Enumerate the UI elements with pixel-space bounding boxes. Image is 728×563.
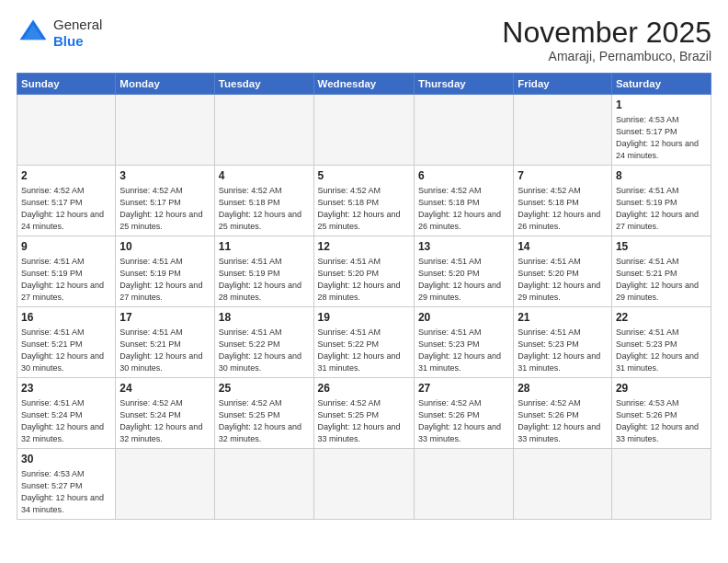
day-number: 17	[119, 310, 210, 326]
calendar-table: SundayMondayTuesdayWednesdayThursdayFrid…	[17, 73, 711, 520]
day-number: 13	[418, 239, 509, 255]
day-info: Sunrise: 4:51 AM Sunset: 5:20 PM Dayligh…	[518, 256, 608, 304]
day-number: 25	[219, 381, 310, 396]
logo: General Blue	[17, 17, 102, 50]
day-number: 16	[21, 310, 111, 326]
day-info: Sunrise: 4:51 AM Sunset: 5:22 PM Dayligh…	[219, 327, 310, 374]
calendar-day-header: Saturday	[611, 74, 711, 95]
calendar-day-cell	[514, 95, 612, 166]
day-info: Sunrise: 4:52 AM Sunset: 5:18 PM Dayligh…	[418, 185, 509, 233]
calendar-day-header: Tuesday	[214, 74, 313, 95]
day-number: 23	[21, 381, 111, 396]
calendar-day-cell: 21Sunrise: 4:51 AM Sunset: 5:23 PM Dayli…	[514, 307, 612, 378]
day-number: 21	[518, 310, 608, 326]
day-number: 27	[418, 381, 509, 396]
day-info: Sunrise: 4:51 AM Sunset: 5:20 PM Dayligh…	[418, 256, 509, 304]
logo-text: General Blue	[53, 17, 102, 50]
day-number: 18	[219, 310, 310, 326]
day-info: Sunrise: 4:52 AM Sunset: 5:26 PM Dayligh…	[418, 397, 509, 445]
calendar-day-cell	[313, 449, 414, 520]
calendar-day-cell: 24Sunrise: 4:52 AM Sunset: 5:24 PM Dayli…	[116, 378, 215, 449]
calendar-day-cell: 27Sunrise: 4:52 AM Sunset: 5:26 PM Dayli…	[414, 378, 513, 449]
calendar-day-cell	[611, 449, 711, 520]
calendar-day-cell: 23Sunrise: 4:51 AM Sunset: 5:24 PM Dayli…	[17, 378, 116, 449]
day-number: 26	[318, 381, 410, 396]
calendar-day-cell: 2Sunrise: 4:52 AM Sunset: 5:17 PM Daylig…	[17, 166, 116, 236]
day-info: Sunrise: 4:51 AM Sunset: 5:20 PM Dayligh…	[318, 256, 410, 304]
calendar-week-row: 2Sunrise: 4:52 AM Sunset: 5:17 PM Daylig…	[17, 166, 711, 236]
day-number: 12	[318, 239, 410, 255]
calendar-day-cell: 16Sunrise: 4:51 AM Sunset: 5:21 PM Dayli…	[17, 307, 116, 378]
day-number: 11	[219, 239, 310, 255]
calendar-day-cell	[514, 449, 612, 520]
page: General Blue November 2025 Amaraji, Pern…	[0, 0, 728, 563]
day-number: 9	[21, 239, 111, 255]
day-number: 30	[21, 452, 111, 467]
day-info: Sunrise: 4:52 AM Sunset: 5:17 PM Dayligh…	[119, 185, 210, 233]
calendar-day-cell: 22Sunrise: 4:51 AM Sunset: 5:23 PM Dayli…	[611, 307, 711, 378]
calendar-day-cell: 25Sunrise: 4:52 AM Sunset: 5:25 PM Dayli…	[214, 378, 313, 449]
day-number: 4	[219, 168, 310, 184]
day-info: Sunrise: 4:52 AM Sunset: 5:26 PM Dayligh…	[518, 397, 608, 445]
day-info: Sunrise: 4:51 AM Sunset: 5:21 PM Dayligh…	[21, 327, 111, 374]
calendar-day-header: Sunday	[17, 74, 116, 95]
calendar-day-header: Friday	[514, 74, 612, 95]
month-title: November 2025	[502, 17, 711, 49]
calendar-day-cell	[116, 95, 215, 166]
calendar-day-cell: 26Sunrise: 4:52 AM Sunset: 5:25 PM Dayli…	[313, 378, 414, 449]
day-info: Sunrise: 4:51 AM Sunset: 5:21 PM Dayligh…	[616, 256, 707, 304]
day-info: Sunrise: 4:52 AM Sunset: 5:17 PM Dayligh…	[21, 185, 111, 233]
calendar-day-cell	[214, 449, 313, 520]
day-info: Sunrise: 4:52 AM Sunset: 5:18 PM Dayligh…	[518, 185, 608, 233]
calendar-day-cell	[414, 95, 513, 166]
calendar-day-cell: 10Sunrise: 4:51 AM Sunset: 5:19 PM Dayli…	[116, 236, 215, 307]
day-number: 5	[318, 168, 410, 184]
day-number: 20	[418, 310, 509, 326]
calendar-week-row: 1Sunrise: 4:53 AM Sunset: 5:17 PM Daylig…	[17, 95, 711, 166]
day-info: Sunrise: 4:51 AM Sunset: 5:19 PM Dayligh…	[119, 256, 210, 304]
day-info: Sunrise: 4:52 AM Sunset: 5:24 PM Dayligh…	[119, 397, 210, 445]
calendar-day-header: Wednesday	[313, 74, 414, 95]
calendar-day-cell	[313, 95, 414, 166]
day-info: Sunrise: 4:53 AM Sunset: 5:17 PM Dayligh…	[616, 114, 707, 162]
title-block: November 2025 Amaraji, Pernambuco, Brazi…	[502, 17, 711, 63]
calendar-day-cell: 18Sunrise: 4:51 AM Sunset: 5:22 PM Dayli…	[214, 307, 313, 378]
calendar-day-cell: 29Sunrise: 4:53 AM Sunset: 5:26 PM Dayli…	[611, 378, 711, 449]
day-info: Sunrise: 4:51 AM Sunset: 5:19 PM Dayligh…	[219, 256, 310, 304]
day-number: 19	[318, 310, 410, 326]
calendar-day-cell: 11Sunrise: 4:51 AM Sunset: 5:19 PM Dayli…	[214, 236, 313, 307]
day-info: Sunrise: 4:52 AM Sunset: 5:18 PM Dayligh…	[219, 185, 310, 233]
day-number: 22	[616, 310, 707, 326]
day-info: Sunrise: 4:51 AM Sunset: 5:19 PM Dayligh…	[616, 185, 707, 233]
calendar-day-cell: 7Sunrise: 4:52 AM Sunset: 5:18 PM Daylig…	[514, 166, 612, 236]
day-number: 3	[119, 168, 210, 184]
calendar-day-cell: 9Sunrise: 4:51 AM Sunset: 5:19 PM Daylig…	[17, 236, 116, 307]
day-info: Sunrise: 4:52 AM Sunset: 5:25 PM Dayligh…	[219, 397, 310, 445]
day-number: 24	[119, 381, 210, 396]
day-number: 10	[119, 239, 210, 255]
calendar-day-cell: 3Sunrise: 4:52 AM Sunset: 5:17 PM Daylig…	[116, 166, 215, 236]
calendar-day-cell: 14Sunrise: 4:51 AM Sunset: 5:20 PM Dayli…	[514, 236, 612, 307]
day-info: Sunrise: 4:51 AM Sunset: 5:21 PM Dayligh…	[119, 327, 210, 374]
calendar-day-cell: 6Sunrise: 4:52 AM Sunset: 5:18 PM Daylig…	[414, 166, 513, 236]
calendar-day-cell: 19Sunrise: 4:51 AM Sunset: 5:22 PM Dayli…	[313, 307, 414, 378]
day-number: 28	[518, 381, 608, 396]
calendar-day-cell: 4Sunrise: 4:52 AM Sunset: 5:18 PM Daylig…	[214, 166, 313, 236]
day-info: Sunrise: 4:51 AM Sunset: 5:23 PM Dayligh…	[418, 327, 509, 374]
calendar-day-cell: 8Sunrise: 4:51 AM Sunset: 5:19 PM Daylig…	[611, 166, 711, 236]
calendar-day-cell: 28Sunrise: 4:52 AM Sunset: 5:26 PM Dayli…	[514, 378, 612, 449]
day-info: Sunrise: 4:51 AM Sunset: 5:24 PM Dayligh…	[21, 397, 111, 445]
location: Amaraji, Pernambuco, Brazil	[502, 49, 711, 63]
calendar-week-row: 23Sunrise: 4:51 AM Sunset: 5:24 PM Dayli…	[17, 378, 711, 449]
day-info: Sunrise: 4:51 AM Sunset: 5:22 PM Dayligh…	[318, 327, 410, 374]
day-info: Sunrise: 4:51 AM Sunset: 5:23 PM Dayligh…	[518, 327, 608, 374]
calendar-day-cell	[116, 449, 215, 520]
calendar-day-cell: 15Sunrise: 4:51 AM Sunset: 5:21 PM Dayli…	[611, 236, 711, 307]
generalblue-logo-icon	[17, 17, 50, 50]
calendar-day-cell: 1Sunrise: 4:53 AM Sunset: 5:17 PM Daylig…	[611, 95, 711, 166]
day-info: Sunrise: 4:52 AM Sunset: 5:18 PM Dayligh…	[318, 185, 410, 233]
day-info: Sunrise: 4:51 AM Sunset: 5:19 PM Dayligh…	[21, 256, 111, 304]
calendar-day-cell	[17, 95, 116, 166]
calendar-day-cell: 20Sunrise: 4:51 AM Sunset: 5:23 PM Dayli…	[414, 307, 513, 378]
calendar-day-cell: 30Sunrise: 4:53 AM Sunset: 5:27 PM Dayli…	[17, 449, 116, 520]
